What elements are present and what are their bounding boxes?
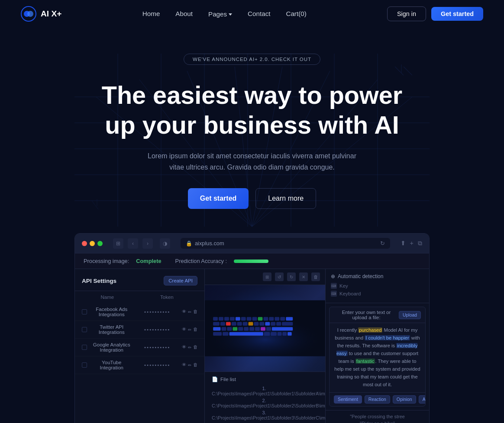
api-row: Google Analytics Integration •••••••••• …: [75, 339, 204, 356]
detect-key-item[interactable]: ⌨ Key: [331, 283, 424, 289]
svg-rect-75: [288, 332, 291, 336]
api-checkbox[interactable]: [82, 327, 87, 332]
api-row: Facebook Ads Integrations •••••••••• 👁 ✏…: [75, 303, 204, 321]
nav-links: Home About Pages Contact Cart(0): [142, 10, 307, 18]
svg-rect-54: [271, 322, 275, 326]
keyboard-icon: ⌨: [331, 291, 337, 297]
api-checkbox[interactable]: [82, 362, 87, 368]
svg-rect-45: [220, 322, 225, 326]
actions-tag[interactable]: Actions: [419, 395, 426, 404]
edit-icon[interactable]: ✏: [188, 362, 191, 368]
detection-result-item: "People crossing the stree: [331, 414, 424, 419]
highlight-couldnt-be-happier: I couldn't be happier: [365, 335, 410, 340]
reload-icon[interactable]: ↻: [380, 240, 385, 247]
svg-rect-30: [213, 317, 217, 321]
share-icon[interactable]: ⬆: [401, 240, 406, 247]
new-tab-icon[interactable]: +: [410, 240, 414, 247]
forward-button[interactable]: ›: [142, 238, 153, 249]
back-button[interactable]: ‹: [128, 238, 138, 249]
view-icon[interactable]: 👁: [182, 362, 186, 368]
hero-subtitle: Lorem ipsum dolor sit amet consectetur i…: [144, 151, 360, 173]
api-checkbox[interactable]: [82, 309, 87, 314]
view-icon[interactable]: 👁: [182, 345, 186, 350]
trash-icon[interactable]: 🗑: [311, 272, 320, 281]
more-icon[interactable]: ⧉: [418, 240, 422, 247]
opinion-tag[interactable]: Opinion: [393, 395, 416, 404]
accuracy-bar: [234, 260, 268, 263]
address-bar[interactable]: 🔒 aixplus.com ↻: [181, 238, 390, 249]
keyboard-image: [205, 285, 325, 372]
svg-rect-58: [222, 327, 226, 331]
file-item[interactable]: 3. C:\Projects\Images\Project1\Subfolder…: [212, 410, 318, 420]
file-item[interactable]: 1. C:\Projects\Images\Project1\Subfolder…: [212, 386, 318, 396]
api-settings-header: API Settings Create API: [75, 276, 204, 291]
nav-contact[interactable]: Contact: [248, 10, 270, 17]
get-started-nav-button[interactable]: Get started: [431, 7, 483, 21]
svg-rect-32: [224, 317, 229, 321]
upload-button[interactable]: Upload: [399, 311, 421, 319]
navigation: AI X+ Home About Pages Contact Cart(0) S…: [0, 0, 504, 28]
svg-rect-61: [239, 327, 243, 331]
svg-rect-40: [269, 317, 274, 321]
svg-rect-51: [254, 322, 258, 326]
svg-rect-35: [241, 317, 246, 321]
brand-logo[interactable]: AI X+: [21, 6, 62, 22]
status-bar: Processing image: Complete Prediction Ac…: [75, 253, 429, 269]
api-token-dots: ••••••••••: [136, 309, 179, 314]
svg-rect-47: [232, 322, 236, 326]
auto-detect-label: ⊕ Automatic detection: [331, 273, 424, 279]
theme-toggle-icon[interactable]: ◑: [160, 238, 170, 249]
svg-rect-39: [264, 317, 268, 321]
delete-icon[interactable]: 🗑: [193, 362, 197, 368]
svg-line-24: [404, 67, 412, 75]
svg-rect-60: [233, 327, 237, 331]
hero-title: The easiest way to power up your busines…: [96, 80, 408, 140]
api-checkbox[interactable]: [82, 345, 87, 350]
svg-rect-62: [244, 327, 249, 331]
svg-rect-33: [230, 317, 234, 321]
tab-view-icon[interactable]: ⊞: [113, 238, 123, 249]
svg-point-29: [209, 317, 321, 362]
announcement-badge[interactable]: We've announced AI+ 2.0. Check it out: [184, 54, 320, 65]
svg-rect-31: [219, 317, 223, 321]
svg-rect-46: [226, 322, 230, 326]
view-icon[interactable]: 👁: [182, 309, 186, 314]
nav-home[interactable]: Home: [142, 10, 160, 17]
sentiment-tag[interactable]: Sentiment: [334, 395, 362, 404]
chat-tags: Sentiment Reaction Opinion Actions: [330, 392, 425, 406]
nav-pages[interactable]: Pages: [208, 10, 232, 18]
file-item[interactable]: 2. C:\Projects\Images\Project1\Subfolder…: [212, 398, 318, 408]
svg-rect-72: [271, 332, 277, 336]
svg-rect-41: [275, 317, 279, 321]
delete-icon[interactable]: 🗑: [193, 327, 197, 332]
view-icon[interactable]: 👁: [182, 327, 186, 332]
learn-more-button[interactable]: Learn more: [255, 188, 316, 209]
undo-icon[interactable]: ↺: [275, 272, 284, 281]
create-api-button[interactable]: Create API: [164, 276, 197, 285]
edit-icon[interactable]: ✏: [188, 309, 191, 314]
grid-icon[interactable]: ⊞: [263, 272, 271, 281]
nav-about[interactable]: About: [175, 10, 193, 17]
close-window-button[interactable]: [82, 241, 87, 246]
redo-icon[interactable]: ↻: [287, 272, 296, 281]
nav-cart[interactable]: Cart(0): [286, 10, 306, 17]
minimize-window-button[interactable]: [90, 241, 95, 246]
api-row-actions: 👁 ✏ 🗑: [182, 345, 197, 350]
maximize-window-button[interactable]: [97, 241, 103, 246]
edit-icon[interactable]: ✏: [188, 327, 191, 332]
svg-rect-55: [277, 322, 281, 326]
svg-rect-44: [213, 322, 219, 326]
reaction-tag[interactable]: Reaction: [365, 395, 390, 404]
detect-keyboard-item[interactable]: ⌨ Keyboard: [331, 291, 424, 297]
get-started-hero-button[interactable]: Get started: [188, 188, 249, 209]
canvas-area: ⊞ ↺ ↻ ✕ 🗑: [205, 269, 325, 423]
edit-icon[interactable]: ✏: [188, 345, 191, 350]
signin-button[interactable]: Sign in: [387, 6, 426, 21]
delete-icon[interactable]: 🗑: [193, 309, 197, 314]
delete-icon[interactable]: 🗑: [193, 345, 197, 350]
file-list-area: 📄 File list 1. C:\Projects\Images\Projec…: [205, 372, 325, 423]
col-token-header: Token: [133, 295, 197, 300]
svg-rect-63: [249, 327, 254, 331]
svg-rect-64: [255, 327, 259, 331]
close-icon[interactable]: ✕: [299, 272, 308, 281]
